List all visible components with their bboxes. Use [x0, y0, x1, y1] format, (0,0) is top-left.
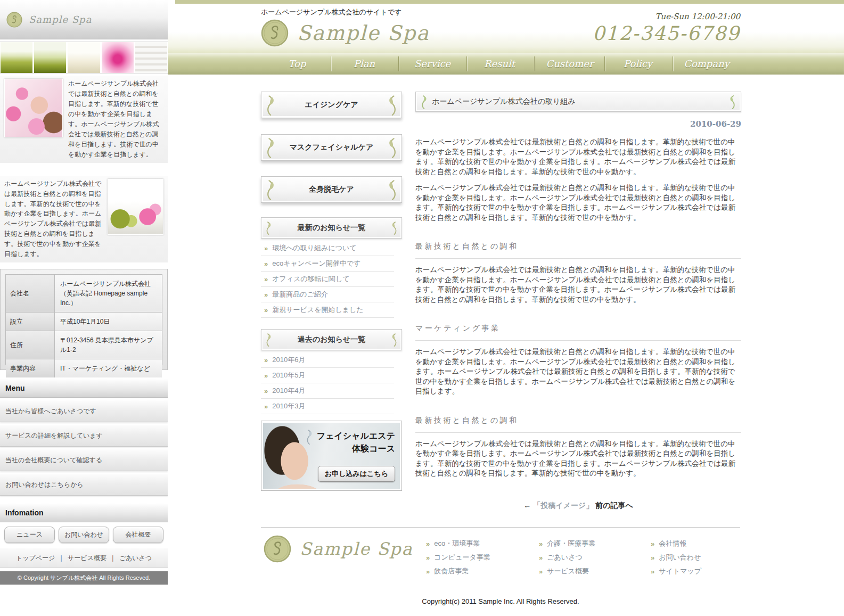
back-arrow-icon: ←	[523, 501, 531, 510]
hair-removal-care-button[interactable]: 全身脱毛ケア	[261, 176, 402, 203]
article-column: ホームページサンプル株式会社の取り組み 2010-06-29 ホームページサンプ…	[415, 92, 741, 511]
archive-link[interactable]: 2010年4月	[272, 386, 305, 396]
nav-policy[interactable]: Policy	[606, 53, 670, 75]
news-link[interactable]: 最新商品のご紹介	[272, 290, 328, 299]
nav-plan[interactable]: Plan	[332, 53, 396, 75]
photo-candles-towel	[108, 179, 163, 235]
footer-logo[interactable]: Sample Spa	[264, 535, 413, 563]
greeting-link[interactable]: ごあいさつ	[119, 554, 152, 563]
aging-care-button[interactable]: エイジングケア	[261, 92, 402, 118]
list-item: »環境への取り組みについて	[261, 241, 394, 256]
sidebar-logo[interactable]: Sample Spa	[0, 0, 168, 40]
footer-link[interactable]: ごあいさつ	[547, 553, 583, 562]
article-paragraph: ホームページサンプル株式会社では最新技術と自然との調和を目指します。革新的な技術…	[415, 137, 741, 177]
page-copyright: Copyright(c) 2011 Sample Inc. All Rights…	[261, 597, 740, 605]
news-list-header: 最新のお知らせ一覧	[261, 217, 402, 239]
news-link[interactable]: ecoキャンペーン開催中です	[272, 259, 360, 268]
section-heading: 最新技術と自然との調和	[415, 416, 741, 433]
footer-link[interactable]: 飲食店事業	[434, 566, 469, 576]
list-item: »2010年4月	[261, 383, 394, 399]
list-item: »会社情報	[651, 537, 757, 551]
sidebar-item-service[interactable]: サービスの詳細を解説しています	[0, 424, 168, 447]
main-area: ホームページサンプル株式会社のサイトです Sample Spa Tue-Sun …	[168, 0, 844, 616]
list-item: »ecoキャンペーン開催中です	[261, 256, 394, 272]
arrow-icon: »	[264, 372, 268, 380]
previous-article-link[interactable]: 「投稿イメージ」	[533, 501, 593, 510]
archive-link[interactable]: 2010年3月	[272, 401, 305, 411]
archive-link[interactable]: 2010年5月	[272, 371, 305, 380]
table-label: 会社名	[6, 275, 55, 312]
news-link[interactable]: 環境への取り組みについて	[272, 243, 356, 253]
leaf-ornament-icon	[265, 221, 272, 235]
leaf-ornament-icon	[391, 333, 398, 347]
list-item: »サービス概要	[539, 564, 645, 578]
spa-logo-icon	[264, 535, 291, 563]
list-item: »飲食店事業	[426, 564, 532, 578]
footer-link[interactable]: 会社情報	[659, 539, 686, 548]
contact-block: Tue-Sun 12:00-21:00 012-345-6789	[593, 12, 740, 44]
spa-logo-icon	[261, 19, 289, 47]
apply-button[interactable]: お申し込みはこちら	[318, 466, 395, 482]
nav-divider	[331, 56, 331, 71]
sidebar-item-contact[interactable]: お問い合わせはこちらから	[0, 473, 168, 496]
nav-top[interactable]: Top	[265, 53, 329, 75]
table-row: 事業内容 IT・マーケティング・福祉など	[6, 359, 162, 377]
banner-line-1: フェイシャルエステ	[317, 430, 395, 442]
footer-link[interactable]: サイトマップ	[659, 566, 701, 576]
top-page-link[interactable]: トップページ	[16, 554, 55, 563]
table-label: 事業内容	[6, 359, 55, 377]
site-tagline: ホームページサンプル株式会社のサイトです	[261, 7, 401, 17]
arrow-icon: »	[539, 554, 543, 562]
banner-line-2: 体験コース	[317, 442, 395, 455]
list-item: »最新商品のご紹介	[261, 287, 394, 302]
arrow-icon: »	[264, 306, 268, 314]
list-item: »2010年5月	[261, 368, 394, 383]
article-paragraph: ホームページサンプル株式会社では最新技術と自然との調和を目指します。革新的な技術…	[415, 347, 741, 397]
footer-link[interactable]: コンピュータ事業	[434, 553, 490, 562]
information-heading: Infomation	[0, 503, 168, 522]
separator: ｜	[110, 554, 116, 563]
list-item: »お問い合わせ	[651, 551, 757, 564]
footer-link[interactable]: 介護・医療事業	[547, 539, 595, 548]
sprout-ornament-icon	[420, 95, 428, 109]
photo-towels	[135, 42, 167, 73]
arrow-icon: »	[264, 260, 268, 268]
arrow-icon: »	[539, 568, 543, 576]
sidebar-item-company[interactable]: 当社の会社概要について確認する	[0, 449, 168, 471]
nav-result[interactable]: Result	[468, 53, 531, 75]
archive-link[interactable]: 2010年6月	[272, 355, 305, 365]
table-value: 〒012-3456 見本県見本市サンプル1-2	[55, 331, 162, 359]
footer-link[interactable]: サービス概要	[547, 566, 589, 576]
mask-facial-care-button[interactable]: マスクフェイシャルケア	[261, 134, 402, 161]
company-button[interactable]: 会社概要	[113, 527, 163, 543]
footer-link[interactable]: eco・環境事業	[434, 539, 480, 548]
service-overview-link[interactable]: サービス概要	[68, 554, 106, 563]
nav-service[interactable]: Service	[400, 53, 464, 75]
list-item: »2010年6月	[261, 352, 394, 368]
news-button[interactable]: ニュース	[4, 527, 55, 543]
news-link[interactable]: オフィスの移転に関して	[272, 274, 349, 284]
button-label: 全身脱毛ケア	[309, 185, 354, 194]
nav-company[interactable]: Company	[675, 53, 739, 75]
left-column: エイジングケア マスクフェイシャルケア 全身脱毛ケア 最新のお知らせ一覧 »環境…	[261, 92, 402, 496]
table-value: 平成10年1月10日	[55, 313, 162, 331]
photo-green-candles	[34, 42, 66, 73]
article-title-bar: ホームページサンプル株式会社の取り組み	[415, 92, 741, 112]
footer-divider	[261, 527, 740, 528]
company-name-en: （英語表記 Homepage sample Inc.）	[60, 289, 157, 308]
contact-button[interactable]: お問い合わせ	[59, 527, 109, 543]
site-logo[interactable]: Sample Spa	[261, 19, 430, 47]
list-item: »ごあいさつ	[539, 551, 645, 564]
curl-ornament-icon	[305, 430, 314, 445]
arrow-icon: »	[426, 554, 430, 562]
arrow-icon: »	[264, 291, 268, 299]
section-heading: 最新技術と自然との調和	[415, 242, 741, 259]
footer-link[interactable]: お問い合わせ	[659, 553, 701, 562]
sidebar-item-greeting[interactable]: 当社から皆様へごあいさつです	[0, 400, 168, 422]
leaf-ornament-icon	[265, 95, 276, 116]
nav-customer[interactable]: Customer	[538, 53, 602, 75]
news-link[interactable]: 新規サービスを開始しました	[272, 305, 363, 315]
facial-campaign-banner[interactable]: フェイシャルエステ 体験コース お申し込みはこちら	[261, 421, 402, 491]
archive-list-title: 過去のお知らせ一覧	[298, 335, 365, 344]
button-label: マスクフェイシャルケア	[290, 143, 374, 152]
